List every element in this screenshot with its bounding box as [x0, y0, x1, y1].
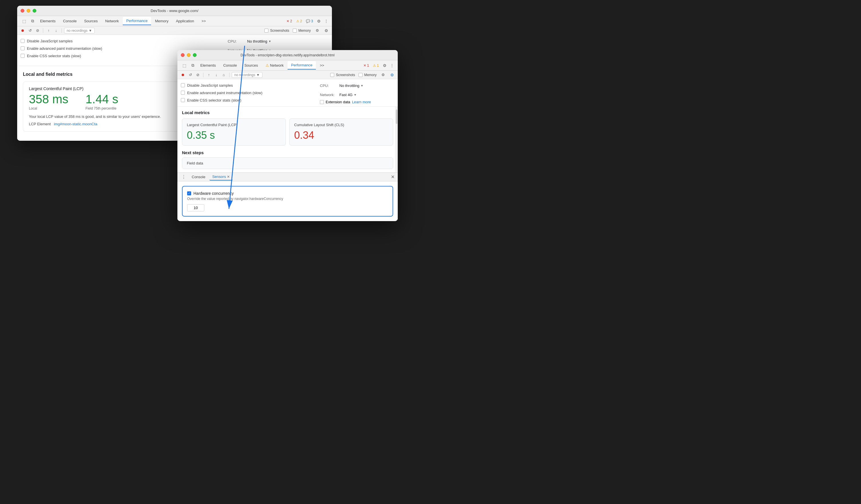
lcp-card-title-2: Largest Contentful Paint (LCP): [187, 123, 281, 127]
network-throttle-row-2: Network: Fast 4G ▼: [320, 91, 394, 99]
error-badge-2[interactable]: ✕ 1: [362, 63, 371, 68]
tab-console-2[interactable]: Console: [220, 61, 240, 69]
lcp-value-2: 0.35 s: [187, 129, 281, 141]
cls-card-title-2: Cumulative Layout Shift (CLS): [294, 123, 388, 127]
tab-performance-1[interactable]: Performance: [123, 17, 151, 25]
hw-concurrency-input-2[interactable]: [187, 204, 204, 211]
tab-application-1[interactable]: Application: [173, 17, 198, 25]
win2-right-opts: CPU: No throttling ▼ Network: Fast 4G ▼ …: [320, 82, 394, 104]
screenshots-checkbox-1[interactable]: Screenshots: [264, 29, 289, 32]
screenshots-checkbox-2[interactable]: Screenshots: [330, 73, 355, 77]
window1-toolbar: ⏺ ↺ ⊘ ↑ ↓ no recordings ▼ Screenshots Me…: [17, 26, 332, 35]
settings-icon-1[interactable]: ⚙: [315, 18, 322, 25]
memory-check-2[interactable]: [358, 73, 363, 77]
panel-close-button[interactable]: ✕: [390, 174, 395, 180]
info-badge-1[interactable]: 💬 3: [304, 18, 315, 24]
cursor-icon[interactable]: ⬚: [20, 18, 27, 25]
scrollbar-thumb[interactable]: [396, 110, 397, 124]
tab-more-2[interactable]: >>: [316, 61, 328, 69]
cpu-throttle-select-2[interactable]: No throttling ▼: [339, 84, 364, 88]
cpu-profile-icon-2[interactable]: ⚙: [380, 72, 386, 78]
settings-icon-2[interactable]: ⚙: [381, 62, 388, 69]
option-css-2: Enable CSS selector stats (slow): [181, 96, 320, 104]
tab-sources-1[interactable]: Sources: [81, 17, 101, 25]
minimize-button-1[interactable]: [27, 9, 30, 13]
close-button-1[interactable]: [20, 9, 24, 13]
home-button-2[interactable]: ⌂: [221, 72, 227, 78]
close-button-2[interactable]: [181, 53, 184, 57]
window2-tab-icons: ⬚ ⧉: [181, 62, 196, 69]
memory-checkbox-2[interactable]: Memory: [358, 73, 377, 77]
upload-button-2[interactable]: ↑: [206, 72, 212, 78]
download-button-2[interactable]: ↓: [213, 72, 219, 78]
cls-card-2: Cumulative Layout Shift (CLS) 0.34: [289, 118, 393, 145]
tab-console-1[interactable]: Console: [59, 17, 80, 25]
tab-performance-2[interactable]: Performance: [288, 61, 316, 70]
scrollbar-track[interactable]: [395, 107, 398, 172]
warning-badge-2[interactable]: ⚠ 1: [371, 63, 381, 68]
css-check-2[interactable]: [181, 98, 185, 102]
tab-more-1[interactable]: >>: [198, 17, 209, 25]
learn-more-link[interactable]: Learn more: [352, 100, 371, 104]
option-disable-js-2: Disable JavaScript samples: [181, 82, 320, 89]
memory-check-1[interactable]: [293, 29, 297, 32]
maximize-button-1[interactable]: [32, 9, 36, 13]
settings-gear-1[interactable]: ⚙: [323, 27, 330, 34]
disable-js-check-1[interactable]: [20, 39, 25, 43]
lcp-local-group: 358 ms Local: [29, 93, 68, 110]
cpu-throttle-select-1[interactable]: No throttling ▼: [247, 39, 271, 43]
network-throttle-select-2[interactable]: Fast 4G ▼: [339, 93, 357, 97]
lcp-element-link-1[interactable]: img#moon-static.moonCta: [54, 122, 97, 126]
minimize-button-2[interactable]: [187, 53, 191, 57]
tab-network-2[interactable]: ⚠ Network: [262, 61, 287, 69]
window2-devtools-tabs: ⬚ ⧉ Elements Console Sources ⚠ Network P…: [177, 60, 398, 71]
responsive-icon[interactable]: ⧉: [29, 18, 36, 25]
more-icon-2[interactable]: ⋮: [388, 62, 395, 69]
paint-check-1[interactable]: [20, 46, 25, 50]
tab-sources-2[interactable]: Sources: [241, 61, 261, 69]
tab-elements-1[interactable]: Elements: [37, 17, 59, 25]
memory-checkbox-1[interactable]: Memory: [293, 29, 311, 32]
clear-button-1[interactable]: ⊘: [34, 27, 41, 34]
bottom-panel-tabs: ⋮ Console Sensors ✕ ✕: [177, 173, 398, 181]
window1-tab-icons: ⬚ ⧉: [20, 18, 36, 25]
cursor-icon-2[interactable]: ⬚: [181, 62, 188, 69]
record-button-2[interactable]: ⏺: [180, 72, 186, 78]
ext-data-check-2[interactable]: [320, 100, 324, 104]
lcp-field-label-1: Field 75th percentile: [85, 107, 118, 110]
tab-network-1[interactable]: Network: [102, 17, 122, 25]
bottom-panel: ⋮ Console Sensors ✕ ✕ Hardware concurren…: [177, 172, 398, 221]
hw-concurrency-check-2[interactable]: [187, 191, 191, 195]
upload-button-1[interactable]: ↑: [45, 27, 52, 34]
tab-memory-1[interactable]: Memory: [152, 17, 172, 25]
screenshots-check-1[interactable]: [264, 29, 269, 32]
record-button-1[interactable]: ⏺: [19, 27, 26, 34]
paint-check-2[interactable]: [181, 91, 185, 95]
warning-badge-1[interactable]: ⚠ 2: [295, 18, 304, 24]
tab-elements-2[interactable]: Elements: [197, 61, 219, 69]
recording-select-2[interactable]: no recordings ▼: [232, 72, 262, 78]
console-tab[interactable]: Console: [189, 173, 208, 180]
sensors-tab-close[interactable]: ✕: [227, 175, 230, 179]
css-check-1[interactable]: [20, 54, 25, 58]
cls-value-2: 0.34: [294, 129, 388, 141]
responsive-icon-2[interactable]: ⧉: [189, 62, 196, 69]
error-badge-1[interactable]: ✕ 2: [285, 18, 294, 24]
clear-button-2[interactable]: ⊘: [194, 72, 201, 78]
screenshots-check-2[interactable]: [330, 73, 334, 77]
traffic-lights-1: [20, 9, 36, 13]
disable-js-check-2[interactable]: [181, 83, 185, 87]
panel-menu-icon[interactable]: ⋮: [180, 173, 188, 180]
sensors-tab[interactable]: Sensors ✕: [209, 173, 233, 181]
window2-title: DevTools - emscripten-dbg-stories.netlif…: [241, 53, 335, 57]
settings-gear-2[interactable]: ⚙: [388, 71, 395, 79]
metrics-grid: Largest Contentful Paint (LCP) 0.35 s Cu…: [182, 118, 393, 145]
recording-select-1[interactable]: no recordings ▼: [64, 28, 95, 33]
refresh-button-2[interactable]: ↺: [187, 72, 193, 78]
window2-content: Local metrics Largest Contentful Paint (…: [177, 107, 398, 172]
maximize-button-2[interactable]: [193, 53, 196, 57]
refresh-button-1[interactable]: ↺: [27, 27, 33, 34]
download-button-1[interactable]: ↓: [53, 27, 59, 34]
more-icon-1[interactable]: ⋮: [323, 18, 330, 25]
cpu-profile-icon-1[interactable]: ⚙: [314, 27, 320, 34]
